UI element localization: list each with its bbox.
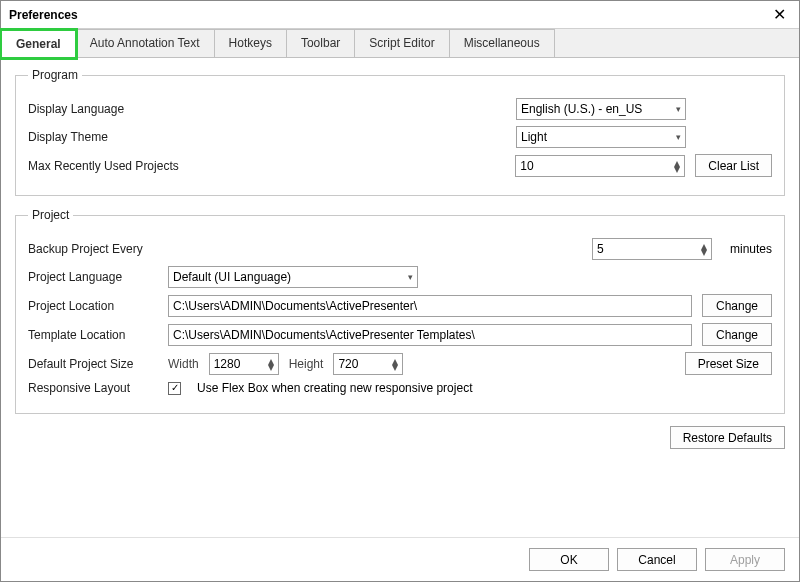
max-recent-label: Max Recently Used Projects (28, 159, 228, 173)
close-icon[interactable]: ✕ (767, 3, 791, 27)
flexbox-label: Use Flex Box when creating new responsiv… (197, 381, 472, 395)
max-recent-spinner[interactable]: 10 ▴▾ (515, 155, 685, 177)
project-legend: Project (28, 208, 73, 222)
window-title: Preferences (9, 8, 767, 22)
chevron-down-icon: ▾ (676, 104, 681, 114)
chevron-down-icon: ▾ (676, 132, 681, 142)
width-spinner[interactable]: 1280 ▴▾ (209, 353, 279, 375)
width-value: 1280 (214, 357, 241, 371)
change-location-button[interactable]: Change (702, 294, 772, 317)
tab-miscellaneous[interactable]: Miscellaneous (449, 29, 555, 57)
project-language-label: Project Language (28, 270, 158, 284)
program-group: Program Display Language English (U.S.) … (15, 68, 785, 196)
preferences-window: Preferences ✕ General Auto Annotation Te… (0, 0, 800, 582)
project-group: Project Backup Project Every 5 ▴▾ minute… (15, 208, 785, 414)
display-language-value: English (U.S.) - en_US (521, 102, 642, 116)
default-size-label: Default Project Size (28, 357, 158, 371)
dialog-footer: OK Cancel Apply (1, 537, 799, 581)
cancel-button[interactable]: Cancel (617, 548, 697, 571)
display-theme-value: Light (521, 130, 547, 144)
ok-button[interactable]: OK (529, 548, 609, 571)
display-theme-label: Display Theme (28, 130, 188, 144)
display-theme-select[interactable]: Light ▾ (516, 126, 686, 148)
backup-label: Backup Project Every (28, 242, 158, 256)
tab-script-editor[interactable]: Script Editor (354, 29, 449, 57)
program-legend: Program (28, 68, 82, 82)
template-location-value: C:\Users\ADMIN\Documents\ActivePresenter… (173, 328, 475, 342)
template-location-label: Template Location (28, 328, 158, 342)
tab-auto-annotation[interactable]: Auto Annotation Text (75, 29, 215, 57)
height-spinner[interactable]: 720 ▴▾ (333, 353, 403, 375)
responsive-label: Responsive Layout (28, 381, 158, 395)
display-language-label: Display Language (28, 102, 188, 116)
content-area: Program Display Language English (U.S.) … (1, 58, 799, 537)
tab-hotkeys[interactable]: Hotkeys (214, 29, 287, 57)
apply-button[interactable]: Apply (705, 548, 785, 571)
project-location-label: Project Location (28, 299, 158, 313)
backup-unit: minutes (730, 242, 772, 256)
template-location-input[interactable]: C:\Users\ADMIN\Documents\ActivePresenter… (168, 324, 692, 346)
project-location-value: C:\Users\ADMIN\Documents\ActivePresenter… (173, 299, 417, 313)
project-language-select[interactable]: Default (UI Language) ▾ (168, 266, 418, 288)
height-label: Height (289, 357, 324, 371)
max-recent-value: 10 (520, 159, 533, 173)
backup-spinner[interactable]: 5 ▴▾ (592, 238, 712, 260)
tab-general[interactable]: General (1, 30, 76, 58)
height-value: 720 (338, 357, 358, 371)
display-language-select[interactable]: English (U.S.) - en_US ▾ (516, 98, 686, 120)
width-label: Width (168, 357, 199, 371)
spinner-steppers-icon: ▴▾ (268, 358, 274, 370)
tab-toolbar[interactable]: Toolbar (286, 29, 355, 57)
spinner-steppers-icon: ▴▾ (701, 243, 707, 255)
flexbox-checkbox[interactable]: ✓ (168, 382, 181, 395)
clear-list-button[interactable]: Clear List (695, 154, 772, 177)
change-template-button[interactable]: Change (702, 323, 772, 346)
project-location-input[interactable]: C:\Users\ADMIN\Documents\ActivePresenter… (168, 295, 692, 317)
spinner-steppers-icon: ▴▾ (674, 160, 680, 172)
restore-defaults-button[interactable]: Restore Defaults (670, 426, 785, 449)
chevron-down-icon: ▾ (408, 272, 413, 282)
backup-value: 5 (597, 242, 604, 256)
spinner-steppers-icon: ▴▾ (392, 358, 398, 370)
tab-bar: General Auto Annotation Text Hotkeys Too… (1, 29, 799, 58)
titlebar: Preferences ✕ (1, 1, 799, 29)
project-language-value: Default (UI Language) (173, 270, 291, 284)
preset-size-button[interactable]: Preset Size (685, 352, 772, 375)
